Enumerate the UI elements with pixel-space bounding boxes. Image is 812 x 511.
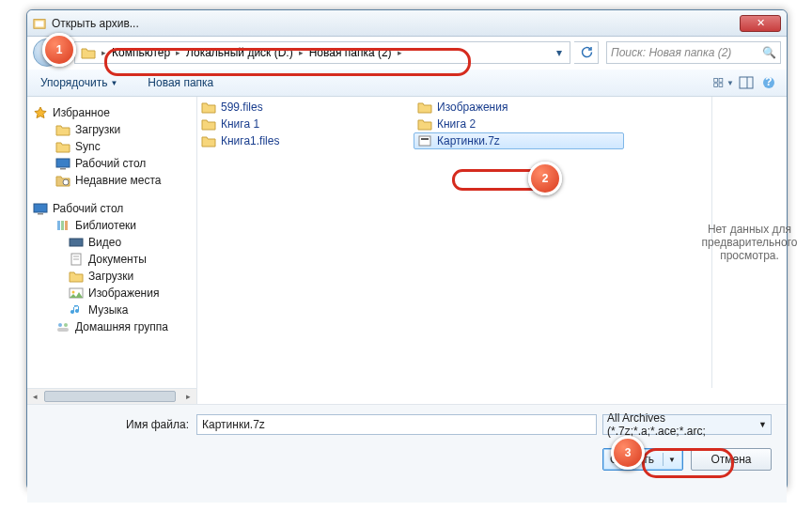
chevron-right-icon[interactable]: ▸ [396, 48, 404, 57]
navigation-pane[interactable]: Избранное Загрузки Sync Рабочий стол Нед… [27, 97, 197, 388]
svg-rect-17 [65, 221, 68, 230]
footer: Имя файла: All Archives (*.7z;*.a;*.ace;… [27, 404, 787, 503]
titlebar: Открыть архив... ✕ [27, 10, 787, 37]
chevron-right-icon[interactable]: ▸ [100, 48, 108, 57]
folder-icon [81, 46, 96, 59]
content-split: Избранное Загрузки Sync Рабочий стол Нед… [27, 97, 787, 388]
tree-recent[interactable]: Недавние места [31, 172, 196, 189]
window-title: Открыть архив... [52, 17, 740, 30]
search-icon: 🔍 [762, 46, 776, 59]
svg-rect-5 [719, 84, 723, 87]
nav-row: ▸ ▸ Компьютер ▸ Локальный диск (D:) ▸ Но… [27, 37, 787, 69]
breadcrumb-folder[interactable]: Новая папка (2) [305, 46, 396, 59]
nav-scrollbar[interactable]: ◂▸ [27, 388, 196, 404]
breadcrumb-computer[interactable]: Компьютер [108, 46, 174, 59]
address-dropdown[interactable]: ▾ [551, 42, 568, 63]
callout-3: 3 [611, 436, 645, 470]
toolbar: Упорядочить▼ Новая папка ▼ ? [27, 69, 787, 97]
tree-downloads2[interactable]: Загрузки [31, 268, 196, 285]
svg-rect-14 [38, 213, 43, 215]
file-item[interactable]: Книга1.files [197, 132, 408, 149]
open-file-dialog: Открыть архив... ✕ ▸ ▸ Компьютер ▸ Локал… [26, 9, 788, 490]
refresh-button[interactable] [574, 41, 599, 64]
svg-rect-13 [34, 204, 47, 212]
svg-rect-18 [70, 239, 83, 246]
svg-rect-10 [56, 159, 70, 167]
preview-pane: Нет данных для предварительного просмотр… [711, 97, 787, 388]
callout-1: 1 [42, 33, 76, 67]
svg-rect-15 [57, 221, 60, 230]
file-item-selected[interactable]: Картинки.7z [414, 132, 624, 149]
svg-rect-11 [60, 168, 66, 170]
tree-favorites[interactable]: Избранное [31, 104, 196, 121]
file-item[interactable]: Изображения [414, 99, 624, 116]
svg-point-25 [58, 323, 62, 327]
svg-point-12 [63, 179, 69, 185]
svg-rect-4 [714, 84, 718, 87]
tree-music[interactable]: Музыка [31, 302, 196, 318]
svg-rect-16 [61, 221, 64, 230]
svg-rect-27 [57, 328, 69, 332]
search-input[interactable]: Поиск: Новая папка (2) 🔍 [606, 41, 781, 64]
chevron-right-icon[interactable]: ▸ [174, 48, 182, 57]
tree-libraries[interactable]: Библиотеки [31, 217, 196, 234]
svg-rect-2 [714, 78, 718, 82]
tree-downloads[interactable]: Загрузки [31, 121, 196, 138]
tree-pictures[interactable]: Изображения [31, 285, 196, 302]
tree-documents[interactable]: Документы [31, 251, 196, 268]
filename-input[interactable] [196, 414, 597, 435]
tree-homegroup[interactable]: Домашняя группа [31, 318, 196, 335]
file-area: 599.files Книга 1 Книга1.files Изображен… [197, 97, 787, 388]
close-button[interactable]: ✕ [740, 15, 781, 32]
tree-desktop-fav[interactable]: Рабочий стол [31, 155, 196, 172]
file-item[interactable]: Книга 2 [414, 116, 624, 132]
file-item[interactable]: Книга 1 [197, 116, 408, 132]
preview-pane-button[interactable] [736, 72, 757, 93]
view-button[interactable]: ▼ [713, 72, 734, 93]
address-bar[interactable]: ▸ Компьютер ▸ Локальный диск (D:) ▸ Нова… [74, 41, 570, 64]
new-folder-button[interactable]: Новая папка [142, 73, 219, 92]
file-item[interactable]: 599.files [197, 99, 408, 116]
svg-rect-29 [421, 138, 429, 140]
svg-rect-28 [419, 136, 430, 146]
callout-2: 2 [528, 162, 562, 195]
svg-rect-3 [719, 78, 723, 82]
search-placeholder: Поиск: Новая папка (2) [611, 46, 731, 59]
filename-label: Имя файла: [123, 418, 189, 431]
filetype-select[interactable]: All Archives (*.7z;*.a;*.ace;*.arc;▼ [602, 414, 772, 435]
cancel-button[interactable]: Отмена [691, 448, 772, 471]
file-list[interactable]: 599.files Книга 1 Книга1.files Изображен… [197, 97, 711, 388]
svg-rect-1 [36, 21, 44, 26]
help-button[interactable]: ? [758, 72, 779, 93]
tree-sync[interactable]: Sync [31, 138, 196, 155]
chevron-right-icon[interactable]: ▸ [297, 48, 305, 57]
tree-videos[interactable]: Видео [31, 234, 196, 251]
tree-desktop[interactable]: Рабочий стол [31, 200, 196, 217]
svg-point-26 [64, 323, 68, 327]
organize-button[interactable]: Упорядочить▼ [35, 73, 123, 92]
breadcrumb-drive[interactable]: Локальный диск (D:) [182, 46, 297, 59]
svg-rect-6 [740, 77, 753, 88]
svg-point-24 [72, 291, 75, 294]
app-icon [33, 17, 46, 30]
svg-text:?: ? [765, 76, 772, 88]
